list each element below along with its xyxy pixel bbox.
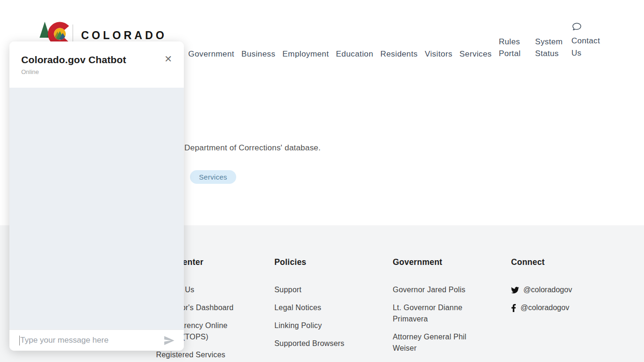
text-caret — [19, 336, 20, 346]
nav-link-education[interactable]: Education — [336, 49, 373, 59]
footer-heading-connect: Connect — [511, 257, 629, 267]
footer-link-support[interactable]: Support — [274, 284, 362, 296]
nav-link-rules-portal[interactable]: Rules Portal — [499, 36, 528, 59]
page-description: Department of Corrections' database. — [184, 143, 321, 153]
footer-link-attorney-general[interactable]: Attorney General Phil Weiser — [393, 331, 480, 354]
footer-column-government: Government Governor Jared Polis Lt. Gove… — [393, 225, 511, 362]
page: COLORADO Government Business Employment … — [0, 0, 644, 362]
footer-column-policies: Policies Support Legal Notices Linking P… — [274, 225, 393, 362]
facebook-icon — [511, 304, 516, 312]
footer-link-legal-notices[interactable]: Legal Notices — [274, 302, 362, 313]
footer-list-policies: Support Legal Notices Linking Policy Sup… — [274, 284, 393, 349]
chatbot-header: Colorado.gov Chatbot Online ✕ — [9, 41, 184, 88]
nav-link-visitors[interactable]: Visitors — [425, 49, 453, 59]
footer-link-lt-governor[interactable]: Lt. Governor Dianne Primavera — [393, 302, 480, 325]
footer-column-connect: Connect @coloradogov @coloradogov — [511, 225, 629, 362]
nav-link-residents[interactable]: Residents — [380, 49, 418, 59]
chatbot-status: Online — [21, 68, 173, 75]
twitter-icon — [511, 286, 519, 294]
chatbot-panel: Colorado.gov Chatbot Online ✕ — [9, 41, 184, 351]
chatbot-title: Colorado.gov Chatbot — [21, 54, 173, 66]
logo-wordmark: COLORADO — [81, 29, 167, 42]
nav-link-employment[interactable]: Employment — [282, 49, 329, 59]
nav-link-business[interactable]: Business — [241, 49, 275, 59]
nav-link-services[interactable]: Services — [460, 49, 492, 59]
chatbot-message-input[interactable] — [20, 336, 163, 345]
send-icon[interactable] — [163, 334, 175, 347]
contact-us-label: Contact Us — [571, 35, 603, 59]
facebook-handle: @coloradogov — [520, 302, 569, 313]
footer-link-facebook[interactable]: @coloradogov — [511, 302, 629, 313]
footer-link-registered-services[interactable]: Registered Services — [156, 349, 243, 361]
nav-link-contact-us[interactable]: Contact Us — [571, 22, 603, 59]
footer-link-twitter[interactable]: @coloradogov — [511, 284, 629, 296]
top-nav: Government Business Employment Education… — [188, 22, 603, 59]
footer-heading-policies: Policies — [274, 257, 393, 267]
services-tag[interactable]: Services — [190, 170, 236, 184]
chat-bubble-icon — [572, 22, 582, 32]
nav-link-government[interactable]: Government — [188, 49, 234, 59]
twitter-handle: @coloradogov — [523, 284, 572, 296]
nav-link-system-status[interactable]: System Status — [535, 36, 564, 59]
footer-link-governor[interactable]: Governor Jared Polis — [393, 284, 480, 296]
footer-list-government: Governor Jared Polis Lt. Governor Dianne… — [393, 284, 511, 354]
chatbot-message-area — [9, 88, 184, 329]
footer-list-connect: @coloradogov @coloradogov — [511, 284, 629, 313]
footer-heading-government: Government — [393, 257, 511, 267]
footer-link-supported-browsers[interactable]: Supported Browsers — [274, 338, 362, 349]
footer-link-linking-policy[interactable]: Linking Policy — [274, 320, 362, 331]
close-icon[interactable]: ✕ — [162, 53, 174, 65]
chatbot-input-row — [9, 329, 184, 351]
